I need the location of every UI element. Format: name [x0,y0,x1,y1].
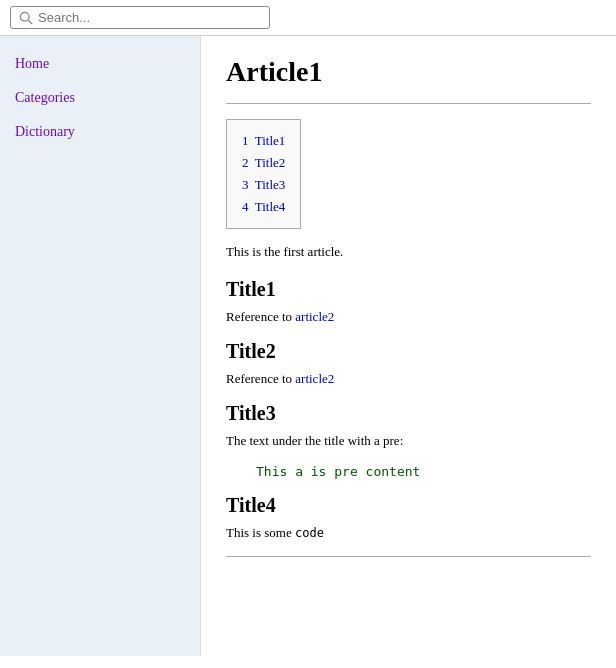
code-inline: code [295,526,324,540]
section-text-title3: The text under the title with a pre: [226,433,591,449]
section-text-title2: Reference to article2 [226,371,591,387]
svg-point-0 [20,12,29,21]
search-icon [19,11,33,25]
text-before-1: Reference to [226,309,295,324]
intro-text: This is the first article. [226,244,591,260]
sidebar-item-dictionary[interactable]: Dictionary [15,124,185,140]
pre-content: This a is pre content [256,464,591,479]
article2-link-1[interactable]: article2 [295,309,334,324]
toc-link-3[interactable]: 3 Title3 [242,174,285,196]
text-before-3: The text under the title with a pre: [226,433,403,448]
section-text-title1: Reference to article2 [226,309,591,325]
sidebar-item-categories[interactable]: Categories [15,90,185,106]
sidebar: Home Categories Dictionary [0,36,200,656]
sidebar-item-home[interactable]: Home [15,56,185,72]
svg-line-1 [28,20,32,24]
section-heading-title1: Title1 [226,278,591,301]
top-rule [226,103,591,104]
toc-box: 1 Title1 2 Title2 3 Title3 4 Title4 [226,119,301,229]
section-heading-title2: Title2 [226,340,591,363]
toc-link-2[interactable]: 2 Title2 [242,152,285,174]
article-title: Article1 [226,56,591,88]
toc-link-1[interactable]: 1 Title1 [242,130,285,152]
text-before-2: Reference to [226,371,295,386]
bottom-rule [226,556,591,557]
search-input[interactable] [38,10,261,25]
main-content: Article1 1 Title1 2 Title2 3 Title3 4 Ti… [200,36,616,656]
article2-link-2[interactable]: article2 [295,371,334,386]
header [0,0,616,36]
text-before-4: This is some [226,525,295,540]
section-heading-title4: Title4 [226,494,591,517]
search-wrapper [10,6,270,29]
layout: Home Categories Dictionary Article1 1 Ti… [0,36,616,656]
toc-link-4[interactable]: 4 Title4 [242,196,285,218]
section-text-title4: This is some code [226,525,591,541]
section-heading-title3: Title3 [226,402,591,425]
